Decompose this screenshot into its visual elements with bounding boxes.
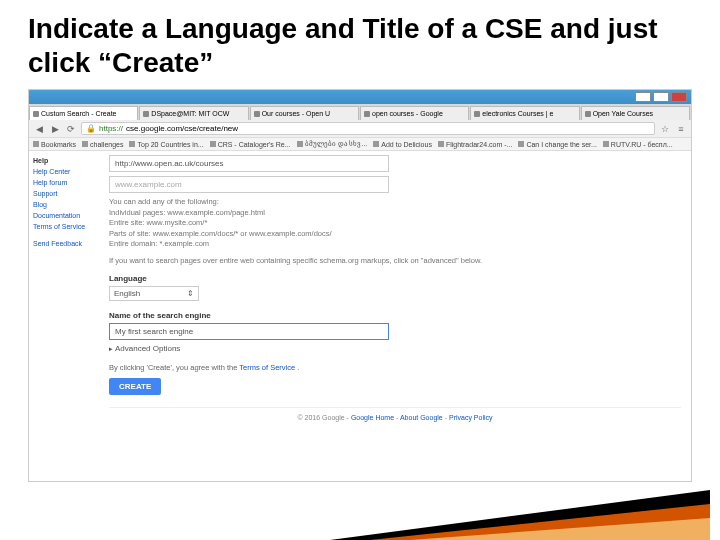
bookmark-item[interactable]: Flightradar24.com -... bbox=[438, 141, 513, 148]
language-select[interactable]: English ⇕ bbox=[109, 286, 199, 301]
page-footer: © 2016 Google - Google Home - About Goog… bbox=[109, 407, 681, 427]
main-form: http://www.open.ac.uk/courses www.exampl… bbox=[99, 151, 691, 481]
bookmark-icon bbox=[82, 141, 88, 147]
favicon-icon bbox=[33, 111, 39, 117]
bookmark-item[interactable]: ბმულები და სხვ... bbox=[297, 140, 368, 148]
bookmark-icon bbox=[518, 141, 524, 147]
favicon-icon bbox=[364, 111, 370, 117]
lock-icon: 🔒 bbox=[86, 124, 96, 133]
bookmarks-bar: Bookmarks challenges Top 20 Countries in… bbox=[29, 138, 691, 151]
name-label: Name of the search engine bbox=[109, 311, 681, 320]
terms-text: By clicking 'Create', you agree with the… bbox=[109, 363, 681, 372]
language-label: Language bbox=[109, 274, 681, 283]
sidebar-item-help-forum[interactable]: Help forum bbox=[33, 179, 95, 186]
create-button[interactable]: CREATE bbox=[109, 378, 161, 395]
tab-yale[interactable]: Open Yale Courses bbox=[581, 106, 690, 120]
sidebar-item-feedback[interactable]: Send Feedback bbox=[33, 240, 95, 247]
chevron-updown-icon: ⇕ bbox=[187, 289, 194, 298]
bookmark-item[interactable]: Can I change the ser... bbox=[518, 141, 596, 148]
bookmark-item[interactable]: Top 20 Countries in... bbox=[129, 141, 203, 148]
sidebar-item-documentation[interactable]: Documentation bbox=[33, 212, 95, 219]
browser-window: Custom Search - Create DSpace@MIT: MIT O… bbox=[28, 89, 692, 482]
page-content: Help Help Center Help forum Support Blog… bbox=[29, 151, 691, 481]
forward-icon[interactable]: ▶ bbox=[49, 123, 61, 135]
favicon-icon bbox=[474, 111, 480, 117]
footer-link[interactable]: About Google bbox=[400, 414, 443, 421]
slide-decoration bbox=[330, 480, 710, 540]
advanced-options-toggle[interactable]: Advanced Options bbox=[109, 344, 681, 353]
bookmark-icon bbox=[603, 141, 609, 147]
sites-input[interactable]: http://www.open.ac.uk/courses bbox=[109, 155, 389, 172]
tab-custom-search[interactable]: Custom Search - Create bbox=[29, 106, 138, 120]
favicon-icon bbox=[585, 111, 591, 117]
address-bar: ◀ ▶ ⟳ 🔒 https://cse.google.com/cse/creat… bbox=[29, 120, 691, 138]
sites-input-placeholder[interactable]: www.example.com bbox=[109, 176, 389, 193]
window-titlebar bbox=[29, 90, 691, 104]
copyright: © 2016 Google bbox=[297, 414, 344, 421]
tab-dspace[interactable]: DSpace@MIT: MIT OCW bbox=[139, 106, 248, 120]
back-icon[interactable]: ◀ bbox=[33, 123, 45, 135]
bookmark-icon bbox=[373, 141, 379, 147]
terms-link[interactable]: Terms of Service bbox=[239, 363, 295, 372]
url-path: cse.google.com/cse/create/new bbox=[126, 124, 238, 133]
tab-label: Custom Search - Create bbox=[41, 110, 116, 117]
bookmark-item[interactable]: Bookmarks bbox=[33, 141, 76, 148]
tab-label: Our courses - Open U bbox=[262, 110, 330, 117]
bookmark-icon bbox=[438, 141, 444, 147]
footer-link[interactable]: Privacy Policy bbox=[449, 414, 493, 421]
language-value: English bbox=[114, 289, 140, 298]
tab-open-courses[interactable]: open courses - Google bbox=[360, 106, 469, 120]
tab-electronics[interactable]: electronics Courses | e bbox=[470, 106, 579, 120]
sidebar-heading: Help bbox=[33, 157, 95, 164]
star-icon[interactable]: ☆ bbox=[659, 123, 671, 135]
sidebar-item-help-center[interactable]: Help Center bbox=[33, 168, 95, 175]
menu-icon[interactable]: ≡ bbox=[675, 123, 687, 135]
tab-label: Open Yale Courses bbox=[593, 110, 653, 117]
bookmark-icon bbox=[297, 141, 303, 147]
bookmark-item[interactable]: challenges bbox=[82, 141, 123, 148]
url-scheme: https:// bbox=[99, 124, 123, 133]
name-input[interactable]: My first search engine bbox=[109, 323, 389, 340]
sidebar-item-terms[interactable]: Terms of Service bbox=[33, 223, 95, 230]
bookmark-item[interactable]: RUTV.RU - беспл... bbox=[603, 141, 673, 148]
folder-icon bbox=[33, 141, 39, 147]
sidebar-item-blog[interactable]: Blog bbox=[33, 201, 95, 208]
tab-label: DSpace@MIT: MIT OCW bbox=[151, 110, 229, 117]
tab-our-courses[interactable]: Our courses - Open U bbox=[250, 106, 359, 120]
close-button[interactable] bbox=[671, 92, 687, 102]
tab-strip: Custom Search - Create DSpace@MIT: MIT O… bbox=[29, 104, 691, 120]
bookmark-icon bbox=[210, 141, 216, 147]
tab-label: electronics Courses | e bbox=[482, 110, 553, 117]
favicon-icon bbox=[143, 111, 149, 117]
favicon-icon bbox=[254, 111, 260, 117]
sidebar-item-support[interactable]: Support bbox=[33, 190, 95, 197]
bookmark-item[interactable]: Add to Delicious bbox=[373, 141, 432, 148]
slide-title: Indicate a Language and Title of a CSE a… bbox=[0, 0, 720, 85]
bookmark-icon bbox=[129, 141, 135, 147]
reload-icon[interactable]: ⟳ bbox=[65, 123, 77, 135]
maximize-button[interactable] bbox=[653, 92, 669, 102]
tab-label: open courses - Google bbox=[372, 110, 443, 117]
footer-link[interactable]: Google Home bbox=[351, 414, 394, 421]
minimize-button[interactable] bbox=[635, 92, 651, 102]
url-input[interactable]: 🔒 https://cse.google.com/cse/create/new bbox=[81, 122, 655, 135]
help-sidebar: Help Help Center Help forum Support Blog… bbox=[29, 151, 99, 481]
help-text: You can add any of the following: Indivi… bbox=[109, 197, 681, 266]
bookmark-item[interactable]: CRS - Cataloger's Re... bbox=[210, 141, 291, 148]
